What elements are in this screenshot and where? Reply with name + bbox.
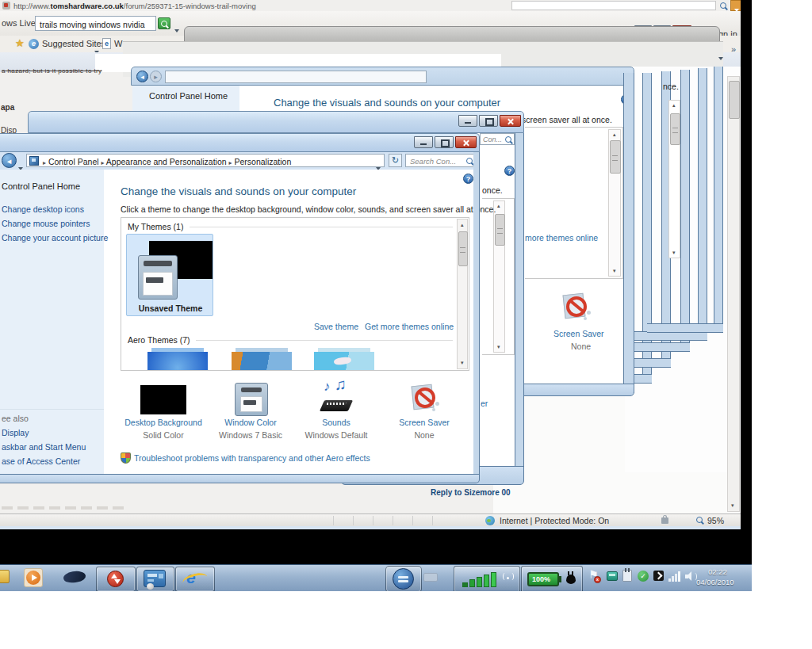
middle-theme-scrollbar[interactable]: ▴ ▾ bbox=[493, 200, 505, 353]
aero-theme-thumb-2[interactable] bbox=[232, 352, 292, 371]
front-close-button[interactable] bbox=[455, 136, 477, 148]
back-nav-button[interactable]: ◂ bbox=[136, 71, 148, 82]
lenovo-utility-icon bbox=[393, 568, 414, 590]
internet-explorer-app-button[interactable]: e bbox=[175, 567, 215, 591]
middle-minimize-button[interactable] bbox=[458, 115, 477, 127]
front-window-content: Control Panel Home Change desktop icons … bbox=[0, 170, 473, 475]
sidebar-item-display[interactable]: Display bbox=[2, 429, 29, 437]
live-search-icon[interactable] bbox=[720, 2, 726, 9]
window-color-icon[interactable] bbox=[235, 383, 268, 416]
status-bar: Internet | Protected Mode: On 95% bbox=[0, 513, 744, 527]
toolbar-overflow-dropdown-icon[interactable] bbox=[718, 49, 723, 63]
back-more-themes-link[interactable]: more themes online bbox=[525, 234, 598, 242]
refresh-button[interactable]: ↻ bbox=[389, 154, 402, 167]
themes-scrollbar[interactable]: ▴ ▾ bbox=[457, 219, 468, 369]
security-report-icon[interactable] bbox=[661, 517, 668, 524]
sidebar-item-desktop-icons[interactable]: Change desktop icons bbox=[2, 205, 84, 214]
status-zoom-level[interactable]: 95% bbox=[707, 517, 724, 525]
front-search-box[interactable]: Search Con... bbox=[405, 154, 477, 167]
touchpad-tray-icon[interactable] bbox=[607, 571, 618, 581]
sounds-icon[interactable]: ♪ ♫ bbox=[320, 383, 354, 416]
network-bars-tray-icon[interactable] bbox=[668, 571, 680, 582]
themes-list-box: My Themes (1) Unsaved Theme Save theme G… bbox=[121, 217, 469, 371]
back-window-address-field[interactable] bbox=[165, 71, 427, 83]
middle-maximize-button[interactable] bbox=[479, 115, 498, 127]
back-theme-scrollbar[interactable]: ▴ ▾ bbox=[608, 129, 621, 277]
clock-date[interactable]: 04/06/2010 bbox=[696, 578, 734, 586]
toolbar-search-dropdown-icon[interactable] bbox=[174, 21, 179, 36]
sidebar-item-ease-of-access[interactable]: ase of Access Center bbox=[2, 457, 80, 466]
front-maximize-button[interactable] bbox=[435, 136, 454, 148]
middle-fragment-er: er bbox=[481, 399, 488, 408]
clipboard-tray-icon[interactable] bbox=[622, 570, 632, 582]
back-window-right-frame bbox=[623, 73, 634, 393]
breadcrumb-personalization[interactable]: Personalization bbox=[234, 157, 291, 166]
back-nav-button[interactable]: ◂ bbox=[2, 153, 17, 168]
clock-time[interactable]: 02:22 bbox=[708, 568, 727, 576]
screen-saver-icon[interactable] bbox=[408, 383, 442, 416]
back-screensaver-label[interactable]: Screen Saver bbox=[553, 330, 604, 338]
window-trail-edge bbox=[714, 67, 723, 333]
setting-label[interactable]: Desktop Background bbox=[116, 418, 211, 427]
toolbar-overflow-chevron[interactable]: » bbox=[731, 45, 736, 54]
back-screensaver-icon[interactable] bbox=[560, 292, 593, 325]
network-signal-group[interactable] bbox=[454, 566, 520, 591]
front-window-titlebar[interactable] bbox=[0, 133, 480, 152]
aero-theme-thumb-3[interactable] bbox=[314, 352, 374, 371]
toolbar-search-input[interactable]: trails moving windows nvidia bbox=[35, 16, 156, 31]
sidebar-item-account-picture[interactable]: Change your account picture bbox=[2, 234, 108, 242]
save-theme-link[interactable]: Save theme bbox=[314, 323, 358, 331]
browser-scrollbar[interactable]: ▾ bbox=[727, 76, 740, 512]
breadcrumb-appearance[interactable]: Appearance and Personalization bbox=[106, 157, 227, 166]
troubleshoot-link[interactable]: Troubleshoot problems with transparency … bbox=[134, 454, 370, 463]
lenovo-utility-button[interactable] bbox=[385, 566, 422, 591]
back-sidebar-home[interactable]: Control Panel Home bbox=[149, 92, 228, 101]
pointing-device-icon[interactable] bbox=[63, 570, 86, 585]
reply-link[interactable]: Reply to Sizemore 00 bbox=[431, 489, 511, 497]
sidebar-item-taskbar-start-menu[interactable]: askbar and Start Menu bbox=[2, 443, 86, 452]
middle-window-help-icon[interactable] bbox=[504, 166, 515, 176]
webslice-page-icon[interactable]: e bbox=[102, 38, 111, 49]
display-adapter-tray-icon[interactable] bbox=[653, 571, 664, 581]
forward-nav-button[interactable]: ▸ bbox=[150, 71, 162, 82]
updown-transfer-app-button[interactable] bbox=[96, 567, 136, 591]
breadcrumb-field[interactable]: ▸ Control Panel ▸ Appearance and Persona… bbox=[26, 154, 385, 167]
battery-status-group[interactable]: 100% bbox=[521, 566, 583, 591]
theme-item-unsaved[interactable]: Unsaved Theme bbox=[126, 234, 213, 316]
display-settings-app-button[interactable] bbox=[136, 567, 174, 591]
address-bar-url[interactable]: http://www.tomshardware.co.uk/forum/2593… bbox=[13, 2, 256, 10]
front-minimize-button[interactable] bbox=[414, 136, 433, 148]
middle-window-titlebar[interactable] bbox=[28, 111, 524, 133]
setting-label[interactable]: Screen Saver bbox=[377, 418, 472, 427]
media-player-icon[interactable] bbox=[24, 568, 43, 587]
page-text-fragment: a hazard; but is it possible to try bbox=[2, 68, 131, 74]
trail-scrollbar[interactable]: ▴ ▾ bbox=[668, 100, 680, 258]
sidebar-control-panel-home[interactable]: Control Panel Home bbox=[2, 182, 80, 191]
front-window-help-icon[interactable] bbox=[463, 174, 473, 184]
desktop-black-band bbox=[0, 529, 752, 564]
aero-theme-thumb-1[interactable] bbox=[147, 352, 208, 371]
toolbar-search-button[interactable] bbox=[158, 17, 170, 29]
zoom-icon[interactable] bbox=[696, 517, 703, 523]
get-more-themes-link[interactable]: Get more themes online bbox=[365, 323, 454, 331]
middle-close-button[interactable] bbox=[500, 115, 521, 127]
security-shield-tray-icon[interactable]: ✓ bbox=[638, 571, 649, 582]
my-themes-group-label: My Themes (1) bbox=[128, 223, 183, 231]
window-trail-edge bbox=[698, 68, 707, 341]
internet-zone-globe-icon bbox=[485, 516, 495, 525]
breadcrumb-control-panel[interactable]: Control Panel bbox=[48, 157, 99, 166]
middle-search-box[interactable]: Con... bbox=[480, 133, 515, 145]
keyboard-icon[interactable] bbox=[423, 573, 438, 582]
back-theme-box-fragment: ▴ ▾ bbox=[525, 127, 623, 279]
folder-icon[interactable] bbox=[0, 570, 10, 583]
favorites-star-icon[interactable]: ★ bbox=[15, 38, 25, 48]
sidebar-item-mouse-pointers[interactable]: Change mouse pointers bbox=[2, 220, 90, 228]
back-window-heading: Change the visuals and sounds on your co… bbox=[274, 97, 500, 108]
security-report-icon[interactable] bbox=[663, 515, 667, 518]
browser-address-row: http://www.tomshardware.co.uk/forum/2593… bbox=[0, 0, 744, 12]
desktop-background-icon[interactable] bbox=[140, 385, 186, 414]
group-rule bbox=[196, 340, 453, 341]
live-search-field[interactable] bbox=[511, 1, 716, 10]
setting-label[interactable]: Window Color bbox=[203, 418, 298, 427]
setting-label[interactable]: Sounds bbox=[289, 418, 384, 427]
